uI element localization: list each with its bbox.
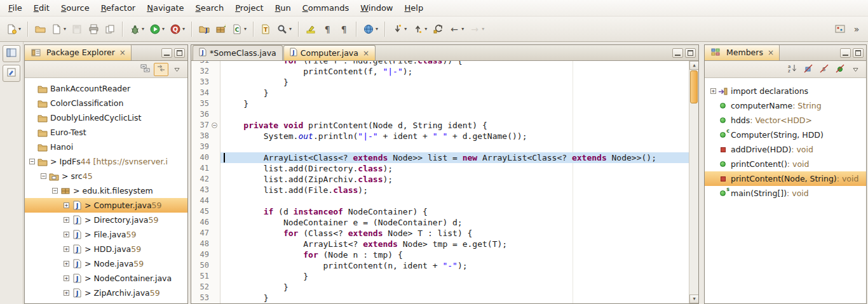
maximize-button[interactable] [174,48,185,58]
view-menu-button[interactable] [848,63,863,76]
tree-item-computer-java[interactable]: +J> Computer.java 59 [25,198,187,213]
code-editor[interactable]: 31323334353637−3839404142434445464748495… [191,61,698,303]
code-line-47[interactable]: for (Class<? extends Node> T : list) { [220,228,689,239]
scroll-down-icon[interactable]: ▼ [689,294,698,303]
scrollbar-thumb[interactable] [690,70,698,103]
open-type-button[interactable]: T [257,20,274,39]
expander-icon[interactable]: + [62,246,71,252]
toolbar-overflow-button[interactable]: » [848,20,865,39]
dropdown-arrow-icon[interactable]: ▾ [424,26,427,32]
expander-icon[interactable]: − [27,159,37,164]
menu-navigate[interactable]: Navigate [141,1,189,15]
last-edit-location-button[interactable] [430,20,446,39]
tree-item-node-java[interactable]: +J> Node.java 59 [25,256,187,271]
tree-item-euro-test[interactable]: Euro-Test [25,125,187,140]
back-button[interactable]: ←▾ [446,20,466,39]
code-line-32[interactable]: printContent(f, "|-"); [220,66,689,77]
dropdown-arrow-icon[interactable]: ▾ [18,26,21,32]
menu-source[interactable]: Source [55,1,95,15]
tree-item-doublylinkedcycliclist[interactable]: DoublyLinkedCyclicList [25,110,187,125]
code-line-50[interactable]: printContent(n, ident + "-"); [220,260,689,271]
code-line-37[interactable]: private void printContent(Node d, String… [220,120,689,131]
collapse-all-button[interactable] [138,63,153,76]
web-browser-button[interactable]: ▾ [360,20,381,39]
expander-icon[interactable]: + [62,290,71,296]
menu-refactor[interactable]: Refactor [95,1,142,15]
expander-icon[interactable]: + [62,261,71,267]
editor-scrollbar[interactable]: ▲ ▼ [689,61,698,303]
close-icon[interactable]: × [363,49,369,58]
scroll-up-icon[interactable]: ▲ [689,61,698,70]
new-package-button[interactable]: + [212,20,229,39]
menu-edit[interactable]: Edit [28,1,55,15]
new-java-project-button[interactable]: J [196,20,212,39]
package-explorer-tab[interactable]: Package Explorer × [25,44,132,60]
tree-item-directory-java[interactable]: +J> Directory.java 59 [25,213,187,227]
menu-file[interactable]: File [3,1,28,15]
maximize-button[interactable] [685,48,696,58]
code-line-41[interactable]: list.add(Directory.class); [220,163,689,174]
code-line-39[interactable] [220,142,689,152]
minimized-editor-view-button[interactable] [3,65,20,82]
new-untitled-file-button[interactable]: ▾ [48,20,69,39]
mark-occurrences-button[interactable] [302,20,319,39]
code-line-48[interactable]: ArrayList<? extends Node> tmp = e.get(T)… [220,239,689,249]
link-with-editor-button[interactable] [154,63,168,76]
code-line-44[interactable] [220,195,689,206]
new-button[interactable]: ▾ [3,20,24,39]
tree-item-bankaccountreader[interactable]: BankAccountReader [25,81,187,96]
code-line-33[interactable]: } [220,77,689,88]
print-button[interactable] [85,20,102,39]
member-printcontent-node-string[interactable]: printContent(Node, String) : void [705,171,866,186]
dropdown-arrow-icon[interactable]: ▾ [182,26,185,32]
code-line-52[interactable]: } [220,282,689,293]
member-adddrive-hdd[interactable]: addDrive(HDD) : void [705,142,866,157]
hide-static-members-button[interactable]: s [817,63,831,76]
code-line-46[interactable]: NodeContainer e = (NodeContainer) d; [220,217,689,228]
expander-icon[interactable]: + [62,202,71,208]
expander-icon[interactable]: + [62,275,71,281]
copy-button[interactable] [102,20,118,39]
perspective-button[interactable] [832,20,848,39]
maximize-button[interactable] [853,48,864,58]
expander-icon[interactable]: + [62,232,71,237]
show-print-margin-button[interactable]: ¶ [336,20,352,39]
tree-item-hdd-java[interactable]: +J> HDD.java 59 [25,242,187,256]
expander-icon[interactable]: + [62,217,71,223]
code-line-35[interactable]: } [220,98,689,109]
tree-item-file-java[interactable]: +J> File.java 59 [25,227,187,242]
menu-window[interactable]: Window [355,1,398,15]
tree-item-edu-kit-filesystem[interactable]: −> edu.kit.filesystem [25,183,187,198]
code-line-42[interactable]: list.add(ZipArchiv.class); [220,174,689,185]
menu-help[interactable]: Help [399,1,430,15]
tab-computer-java[interactable]: J Computer.java × [283,45,376,60]
expander-icon[interactable]: + [709,88,718,94]
menu-commands[interactable]: Commands [297,1,355,15]
previous-annotation-button[interactable]: ▾ [409,20,430,39]
code-line-34[interactable]: } [220,88,689,98]
code-line-43[interactable]: list.add(File.class); [220,185,689,195]
dropdown-arrow-icon[interactable]: ▾ [244,26,247,32]
members-tab[interactable]: Members × [705,44,780,60]
sort-button[interactable]: az [785,63,799,76]
new-class-button[interactable]: C▾ [229,20,249,39]
member-main-string[interactable]: smain(String[]) : void [705,186,866,201]
code-line-51[interactable]: } [220,271,689,282]
run-button[interactable]: ▾ [147,20,167,39]
dropdown-arrow-icon[interactable]: ▾ [64,26,66,32]
dropdown-arrow-icon[interactable]: ▾ [162,26,165,32]
menu-project[interactable]: Project [229,1,269,15]
hide-fields-button[interactable] [801,63,815,76]
menu-search[interactable]: Search [190,1,230,15]
tree-item-ipdfs[interactable]: −> IpdFs 44 [https://svnserver.i [25,154,187,169]
restore-minimized-view-button[interactable] [3,45,20,62]
code-line-31[interactable]: for (File f : hdd.get(File.class)) { [220,61,689,66]
code-line-36[interactable] [220,109,689,120]
debug-button[interactable]: ▾ [126,20,147,39]
tree-item-nodecontainer-java[interactable]: +J> NodeContainer.java [25,271,187,286]
menu-run[interactable]: Run [269,1,297,15]
minimize-button[interactable] [672,48,683,58]
member-printcontent[interactable]: printContent() : void [705,157,866,171]
dropdown-arrow-icon[interactable]: ▾ [376,26,378,32]
fold-marker-icon[interactable]: − [212,122,217,128]
